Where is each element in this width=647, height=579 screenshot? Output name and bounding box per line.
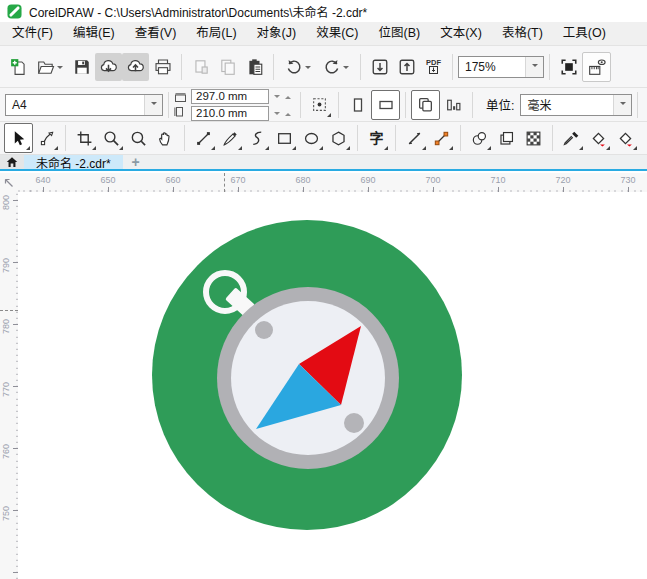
ellipse-icon xyxy=(303,130,320,147)
compass-illustration[interactable] xyxy=(18,192,647,579)
text-tool[interactable]: 字 xyxy=(363,124,390,152)
zoom-dropdown-button[interactable] xyxy=(525,57,543,77)
connector-tool[interactable] xyxy=(428,124,455,152)
spin-up-icon xyxy=(285,110,291,116)
page-size-dropdown-button[interactable] xyxy=(144,95,162,115)
spin-down-icon xyxy=(274,95,280,101)
open-dropdown-caret[interactable] xyxy=(57,66,63,72)
app-logo-icon xyxy=(7,4,22,19)
undo-dropdown-caret[interactable] xyxy=(305,66,311,72)
menu-bar: 文件(F) 编辑(E) 查看(V) 布局(L) 对象(J) 效果(C) 位图(B… xyxy=(0,22,647,46)
interactive-fill-tool[interactable] xyxy=(585,124,612,152)
curve-icon xyxy=(249,130,266,147)
ruler-eye-icon xyxy=(588,58,606,76)
property-bar: A4 297.0 mm 210.0 mm xyxy=(0,88,647,122)
landscape-button[interactable] xyxy=(371,90,400,120)
contour-tool[interactable] xyxy=(493,124,520,152)
portrait-button[interactable] xyxy=(344,91,371,119)
document-tab[interactable]: 未命名 -2.cdr* xyxy=(24,155,123,169)
nudge-offset-button[interactable] xyxy=(306,91,333,119)
menu-layout[interactable]: 布局(L) xyxy=(186,22,246,45)
zoom-out-tool[interactable] xyxy=(125,124,152,152)
connector-icon xyxy=(433,130,450,147)
shape-tool-icon xyxy=(38,130,55,147)
fill-diamond-icon xyxy=(590,130,607,147)
home-tab[interactable] xyxy=(0,155,24,169)
current-page-button[interactable] xyxy=(440,91,467,119)
shadow-tool[interactable] xyxy=(466,124,493,152)
menu-effects[interactable]: 效果(C) xyxy=(306,22,368,45)
cloud-upload-button[interactable] xyxy=(122,53,149,81)
bspline-tool[interactable] xyxy=(244,124,271,152)
print-button[interactable] xyxy=(149,53,176,81)
cloud-upload-icon xyxy=(126,57,145,76)
page-width-spinner[interactable] xyxy=(269,89,295,104)
transparency-tool[interactable] xyxy=(520,124,547,152)
rulers-toggle-button[interactable] xyxy=(582,52,611,82)
menu-object[interactable]: 对象(J) xyxy=(247,22,307,45)
crop-tool[interactable] xyxy=(71,124,98,152)
page-height-spinner[interactable] xyxy=(269,106,295,121)
all-pages-button[interactable] xyxy=(411,90,440,120)
eyedropper-tool[interactable] xyxy=(558,124,585,152)
toolbox-separator xyxy=(357,125,358,151)
redo-button[interactable] xyxy=(317,53,355,81)
vruler-cursor-marker xyxy=(0,310,18,311)
vertical-ruler[interactable]: 800 790 780 770 760 750 xyxy=(0,192,19,579)
page-width-field[interactable]: 297.0 mm xyxy=(191,89,269,104)
page-height-field[interactable]: 210.0 mm xyxy=(191,106,269,121)
rectangle-tool[interactable] xyxy=(271,124,298,152)
menu-table[interactable]: 表格(T) xyxy=(492,22,553,45)
pdf-button[interactable]: PDF xyxy=(420,53,447,81)
units-combobox[interactable]: 毫米 xyxy=(520,94,632,116)
menu-file[interactable]: 文件(F) xyxy=(2,22,63,45)
polygon-tool[interactable] xyxy=(325,124,352,152)
horizontal-ruler[interactable]: 640 650 660 670 680 690 700 710 720 730 xyxy=(18,173,647,192)
dimension-tool[interactable] xyxy=(401,124,428,152)
page-height-value: 210.0 mm xyxy=(196,107,247,119)
redo-dropdown-caret[interactable] xyxy=(343,66,349,72)
cut-button xyxy=(187,53,214,81)
page-size-combobox[interactable]: A4 xyxy=(5,94,163,116)
zoom-tool[interactable] xyxy=(98,124,125,152)
copy-button xyxy=(214,53,241,81)
fullscreen-preview-button[interactable] xyxy=(555,53,582,81)
ellipse-tool[interactable] xyxy=(298,124,325,152)
hruler-label: 700 xyxy=(425,175,440,185)
artistic-media-tool[interactable] xyxy=(217,124,244,152)
menu-text[interactable]: 文本(X) xyxy=(430,22,492,45)
pan-tool[interactable] xyxy=(152,124,179,152)
vruler-label: 770 xyxy=(1,377,11,401)
hruler-label: 650 xyxy=(100,175,115,185)
propbar-separator xyxy=(637,92,638,118)
undo-button[interactable] xyxy=(279,53,317,81)
spin-down-icon xyxy=(274,112,280,118)
units-dropdown-button[interactable] xyxy=(613,95,631,115)
import-button[interactable] xyxy=(366,53,393,81)
hand-icon xyxy=(157,130,174,147)
menu-tools[interactable]: 工具(O) xyxy=(553,22,616,45)
pick-tool[interactable] xyxy=(4,123,33,153)
smart-fill-tool[interactable] xyxy=(612,124,639,152)
shape-tool[interactable] xyxy=(33,124,60,152)
new-tab-button[interactable]: + xyxy=(123,155,149,169)
cut-icon xyxy=(192,58,210,76)
line-icon xyxy=(406,130,423,147)
toolbar-separator xyxy=(181,54,182,80)
new-document-button[interactable] xyxy=(5,53,32,81)
propbar-separator xyxy=(405,92,406,118)
open-button[interactable] xyxy=(32,53,68,81)
toolbox-separator xyxy=(184,125,185,151)
home-icon xyxy=(6,156,18,168)
menu-bitmaps[interactable]: 位图(B) xyxy=(369,22,431,45)
toolbar-separator xyxy=(360,54,361,80)
cloud-download-button[interactable] xyxy=(95,53,122,81)
drawing-canvas[interactable] xyxy=(18,192,647,579)
menu-edit[interactable]: 编辑(E) xyxy=(63,22,125,45)
menu-view[interactable]: 查看(V) xyxy=(125,22,187,45)
zoom-level-combobox[interactable]: 175% xyxy=(458,56,544,78)
paste-button[interactable] xyxy=(241,53,268,81)
export-button[interactable] xyxy=(393,53,420,81)
freehand-tool[interactable] xyxy=(190,124,217,152)
save-button[interactable] xyxy=(68,53,95,81)
